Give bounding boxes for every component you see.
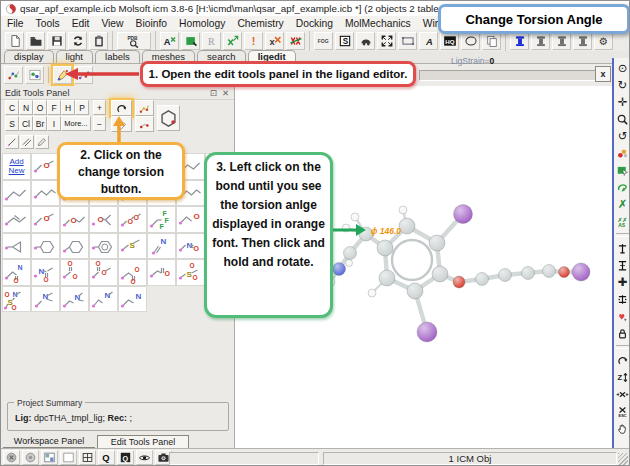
favorite-pose-button[interactable] bbox=[615, 309, 630, 324]
pdb-search-button[interactable]: PDB bbox=[117, 32, 151, 50]
menu-bioinfo[interactable]: Bioinfo bbox=[130, 18, 173, 29]
visibility-eye-button[interactable] bbox=[136, 450, 153, 465]
menu-edit[interactable]: Edit bbox=[66, 18, 96, 29]
double-bond-button[interactable] bbox=[20, 135, 34, 149]
atom-C-18[interactable] bbox=[476, 273, 489, 286]
delete-all-button[interactable] bbox=[286, 32, 305, 50]
charge-minus-button[interactable]: − bbox=[93, 116, 106, 131]
ellipse-button[interactable] bbox=[461, 32, 480, 50]
fragment-methoxy[interactable]: O bbox=[31, 206, 60, 233]
atom-button-cl[interactable]: Cl bbox=[19, 116, 33, 131]
save-project-button[interactable] bbox=[47, 32, 66, 50]
single-bond-button[interactable] bbox=[5, 135, 19, 149]
rotate-tool-button[interactable]: ↻ bbox=[615, 78, 630, 93]
high-quality-button[interactable]: HQ bbox=[440, 32, 459, 50]
box-select-button[interactable] bbox=[615, 163, 630, 178]
fragment-amide[interactable]: NO bbox=[2, 259, 31, 286]
grid-view-button[interactable] bbox=[79, 450, 96, 465]
atom-H-12[interactable] bbox=[368, 289, 376, 297]
fragment-sulfonyl[interactable]: SOO bbox=[176, 259, 205, 286]
fragment-methoxy[interactable]: O bbox=[31, 153, 60, 180]
atom-I-23[interactable] bbox=[572, 263, 590, 281]
stereo-view-button[interactable] bbox=[356, 32, 375, 50]
ligand-table-button[interactable] bbox=[25, 66, 44, 84]
fragment-nme2[interactable]: N bbox=[31, 286, 60, 313]
change-torsion-tool-button[interactable] bbox=[615, 353, 630, 368]
convert-object-button[interactable] bbox=[223, 32, 242, 50]
atom-button-c[interactable]: C bbox=[5, 100, 19, 115]
fog-toggle-button[interactable]: FOG bbox=[314, 32, 333, 50]
atom-C-2[interactable] bbox=[429, 235, 445, 251]
tab-display[interactable]: display bbox=[4, 50, 54, 63]
delete-variable-button[interactable]: x bbox=[265, 32, 284, 50]
atom-C-0[interactable] bbox=[377, 240, 393, 256]
zoom-tool-button[interactable] bbox=[615, 112, 630, 127]
dock-tab-edit-tools-panel[interactable]: Edit Tools Panel bbox=[97, 435, 189, 448]
x-rotate-button[interactable] bbox=[615, 387, 630, 402]
fragment-ester[interactable]: OO bbox=[89, 259, 118, 286]
fragment-nitroso[interactable]: NO bbox=[176, 233, 205, 260]
display-style-button[interactable] bbox=[615, 146, 630, 161]
full-screen-button[interactable] bbox=[377, 32, 396, 50]
menu-homology[interactable]: Homology bbox=[173, 18, 231, 29]
atom-H-14[interactable] bbox=[346, 260, 353, 267]
tab-light[interactable]: light bbox=[56, 50, 93, 63]
reset-view-button[interactable]: ↺ bbox=[615, 129, 630, 144]
escape-tool-button[interactable]: ESC bbox=[615, 404, 630, 419]
atom-N-8[interactable] bbox=[333, 263, 346, 276]
fragment-acetamide[interactable]: NO bbox=[31, 259, 60, 286]
measure-angle-button[interactable] bbox=[615, 258, 630, 273]
fragment-ketoacid[interactable]: OO bbox=[118, 259, 147, 286]
tab-labels[interactable]: labels bbox=[95, 50, 140, 63]
atom-C-4[interactable] bbox=[407, 283, 423, 299]
atom-C-5[interactable] bbox=[379, 270, 395, 286]
menu-molmechanics[interactable]: MolMechanics bbox=[339, 18, 417, 29]
paste-button[interactable] bbox=[89, 32, 108, 50]
atom-button-p[interactable]: P bbox=[75, 100, 89, 115]
delete-view-button[interactable] bbox=[3, 450, 20, 465]
sketch-pencil-button[interactable] bbox=[35, 135, 49, 149]
atom-C-3[interactable] bbox=[432, 266, 448, 282]
dock-close-icon[interactable]: ✕ bbox=[222, 88, 229, 98]
add-restraint-button[interactable]: ✚ bbox=[615, 275, 630, 290]
fragment-etherR[interactable]: O bbox=[176, 206, 205, 233]
column-display-button-3[interactable] bbox=[552, 32, 571, 50]
menu-view[interactable]: View bbox=[95, 18, 129, 29]
zoom-tool-button[interactable]: Q bbox=[98, 450, 115, 465]
fragment-acid[interactable]: OO bbox=[60, 259, 89, 286]
reload-button[interactable] bbox=[68, 32, 87, 50]
background-color-swatch[interactable] bbox=[60, 450, 77, 465]
close-panel-button[interactable]: x bbox=[595, 66, 611, 82]
fragment-ring6s[interactable] bbox=[60, 233, 89, 260]
menu-chemistry[interactable]: Chemistry bbox=[231, 18, 289, 29]
translate-tool-button[interactable]: ✛ bbox=[615, 95, 630, 110]
store-view-button[interactable] bbox=[22, 450, 39, 465]
atom-O-17[interactable] bbox=[453, 276, 465, 288]
clear-as-selection-button[interactable]: ✗✗AS bbox=[615, 214, 630, 229]
ring-fragment-button[interactable] bbox=[157, 105, 180, 131]
dock-pin-icon[interactable]: ⊡ bbox=[210, 88, 217, 98]
add-new-fragment-button[interactable]: AddNew bbox=[2, 153, 31, 180]
dock-tab-workspace-panel[interactable]: Workspace Panel bbox=[3, 435, 95, 448]
residue-label-button[interactable]: R bbox=[202, 32, 221, 50]
fragment-chainN[interactable]: N bbox=[118, 286, 147, 313]
atom-C-20[interactable] bbox=[522, 267, 535, 280]
clear-labels-button[interactable]: A bbox=[160, 32, 179, 50]
atom-button-s[interactable]: S bbox=[5, 116, 19, 131]
atom-button-h[interactable]: H bbox=[61, 100, 75, 115]
fragment-benzene[interactable] bbox=[89, 233, 118, 260]
window-layout-button[interactable] bbox=[41, 450, 58, 465]
atom-C-7[interactable] bbox=[344, 247, 357, 260]
clear-selection-button[interactable]: ✗ bbox=[615, 197, 630, 212]
atom-button-n[interactable]: N bbox=[19, 100, 33, 115]
ligand-energy-plot-button[interactable] bbox=[4, 66, 23, 84]
fragment-ethoxy[interactable]: O bbox=[60, 206, 89, 233]
fragment-peroxide[interactable]: OO bbox=[118, 206, 147, 233]
charge-fragment-button[interactable] bbox=[135, 116, 154, 132]
atom-C-1[interactable] bbox=[399, 218, 415, 234]
atom-button-i[interactable]: I bbox=[47, 116, 61, 131]
new-document-button[interactable] bbox=[5, 32, 24, 50]
column-display-button-2[interactable] bbox=[531, 32, 550, 50]
menu-file[interactable]: File bbox=[1, 18, 30, 29]
copy-view-button[interactable] bbox=[482, 32, 501, 50]
